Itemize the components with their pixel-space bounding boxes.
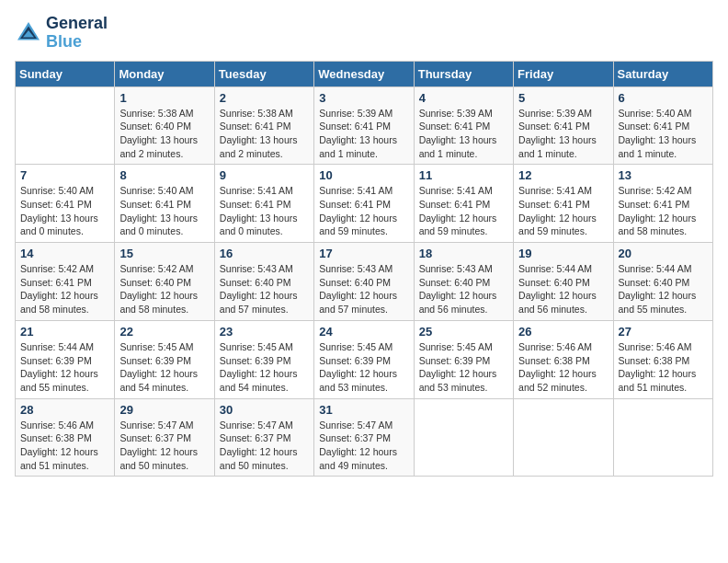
day-info: Sunrise: 5:46 AM Sunset: 6:38 PM Dayligh… xyxy=(20,419,109,473)
logo-icon xyxy=(15,19,42,47)
calendar-week-2: 7Sunrise: 5:40 AM Sunset: 6:41 PM Daylig… xyxy=(16,165,713,243)
day-info: Sunrise: 5:46 AM Sunset: 6:38 PM Dayligh… xyxy=(518,340,608,395)
day-info: Sunrise: 5:40 AM Sunset: 6:41 PM Dayligh… xyxy=(119,184,209,238)
day-number: 22 xyxy=(119,325,209,339)
day-number: 6 xyxy=(619,91,708,105)
day-info: Sunrise: 5:44 AM Sunset: 6:40 PM Dayligh… xyxy=(619,262,708,316)
day-info: Sunrise: 5:42 AM Sunset: 6:40 PM Dayligh… xyxy=(119,262,209,316)
day-number: 27 xyxy=(619,325,708,339)
weekday-header-wednesday: Wednesday xyxy=(314,61,414,86)
calendar-week-4: 21Sunrise: 5:44 AM Sunset: 6:39 PM Dayli… xyxy=(16,320,713,398)
day-number: 20 xyxy=(619,247,708,260)
page-header: GeneralBlue xyxy=(15,15,713,52)
day-number: 13 xyxy=(619,168,708,182)
day-number: 2 xyxy=(220,91,309,105)
calendar-cell: 23Sunrise: 5:45 AM Sunset: 6:39 PM Dayli… xyxy=(214,320,313,398)
day-number: 30 xyxy=(220,403,309,417)
day-number: 25 xyxy=(419,325,508,339)
calendar-cell: 3Sunrise: 5:39 AM Sunset: 6:41 PM Daylig… xyxy=(314,86,414,165)
logo: GeneralBlue xyxy=(15,15,108,52)
day-info: Sunrise: 5:41 AM Sunset: 6:41 PM Dayligh… xyxy=(319,184,408,238)
day-info: Sunrise: 5:43 AM Sunset: 6:40 PM Dayligh… xyxy=(220,262,309,316)
weekday-header-monday: Monday xyxy=(115,61,214,86)
day-number: 3 xyxy=(319,91,408,105)
day-number: 11 xyxy=(419,168,508,182)
day-info: Sunrise: 5:45 AM Sunset: 6:39 PM Dayligh… xyxy=(319,340,408,395)
weekday-header-tuesday: Tuesday xyxy=(214,61,313,86)
calendar-cell xyxy=(613,398,712,477)
calendar-cell: 30Sunrise: 5:47 AM Sunset: 6:37 PM Dayli… xyxy=(214,398,313,477)
day-number: 21 xyxy=(20,325,109,339)
day-number: 5 xyxy=(518,91,608,105)
day-info: Sunrise: 5:45 AM Sunset: 6:39 PM Dayligh… xyxy=(119,340,209,395)
day-number: 28 xyxy=(20,403,109,417)
calendar-cell: 19Sunrise: 5:44 AM Sunset: 6:40 PM Dayli… xyxy=(514,243,613,321)
calendar-cell: 29Sunrise: 5:47 AM Sunset: 6:37 PM Dayli… xyxy=(115,398,214,477)
calendar-cell: 28Sunrise: 5:46 AM Sunset: 6:38 PM Dayli… xyxy=(16,398,115,477)
day-number: 24 xyxy=(319,325,408,339)
day-number: 23 xyxy=(220,325,309,339)
day-number: 1 xyxy=(119,91,209,105)
day-number: 4 xyxy=(419,91,508,105)
calendar-cell: 14Sunrise: 5:42 AM Sunset: 6:41 PM Dayli… xyxy=(16,243,115,321)
day-info: Sunrise: 5:47 AM Sunset: 6:37 PM Dayligh… xyxy=(220,419,309,473)
day-number: 14 xyxy=(20,247,109,260)
day-info: Sunrise: 5:45 AM Sunset: 6:39 PM Dayligh… xyxy=(419,340,508,395)
day-info: Sunrise: 5:41 AM Sunset: 6:41 PM Dayligh… xyxy=(220,184,309,238)
calendar-cell: 22Sunrise: 5:45 AM Sunset: 6:39 PM Dayli… xyxy=(115,320,214,398)
day-number: 9 xyxy=(220,168,309,182)
calendar-cell: 27Sunrise: 5:46 AM Sunset: 6:38 PM Dayli… xyxy=(613,320,712,398)
day-info: Sunrise: 5:40 AM Sunset: 6:41 PM Dayligh… xyxy=(20,184,109,238)
day-info: Sunrise: 5:39 AM Sunset: 6:41 PM Dayligh… xyxy=(319,107,408,161)
day-info: Sunrise: 5:45 AM Sunset: 6:39 PM Dayligh… xyxy=(220,340,309,395)
day-info: Sunrise: 5:44 AM Sunset: 6:40 PM Dayligh… xyxy=(518,262,608,316)
day-number: 10 xyxy=(319,168,408,182)
calendar-cell: 24Sunrise: 5:45 AM Sunset: 6:39 PM Dayli… xyxy=(314,320,414,398)
day-info: Sunrise: 5:47 AM Sunset: 6:37 PM Dayligh… xyxy=(319,419,408,473)
day-info: Sunrise: 5:42 AM Sunset: 6:41 PM Dayligh… xyxy=(20,262,109,316)
day-info: Sunrise: 5:47 AM Sunset: 6:37 PM Dayligh… xyxy=(119,419,209,473)
calendar-cell: 25Sunrise: 5:45 AM Sunset: 6:39 PM Dayli… xyxy=(414,320,513,398)
calendar-header: SundayMondayTuesdayWednesdayThursdayFrid… xyxy=(16,61,713,86)
calendar-cell: 1Sunrise: 5:38 AM Sunset: 6:40 PM Daylig… xyxy=(115,86,214,165)
day-info: Sunrise: 5:39 AM Sunset: 6:41 PM Dayligh… xyxy=(518,107,608,161)
day-number: 12 xyxy=(518,168,608,182)
calendar-cell: 16Sunrise: 5:43 AM Sunset: 6:40 PM Dayli… xyxy=(214,243,313,321)
day-number: 26 xyxy=(518,325,608,339)
weekday-header-saturday: Saturday xyxy=(613,61,712,86)
calendar-table: SundayMondayTuesdayWednesdayThursdayFrid… xyxy=(15,61,713,477)
calendar-cell: 12Sunrise: 5:41 AM Sunset: 6:41 PM Dayli… xyxy=(514,165,613,243)
calendar-cell: 20Sunrise: 5:44 AM Sunset: 6:40 PM Dayli… xyxy=(613,243,712,321)
calendar-cell: 5Sunrise: 5:39 AM Sunset: 6:41 PM Daylig… xyxy=(514,86,613,165)
day-info: Sunrise: 5:41 AM Sunset: 6:41 PM Dayligh… xyxy=(419,184,508,238)
day-info: Sunrise: 5:41 AM Sunset: 6:41 PM Dayligh… xyxy=(518,184,608,238)
day-number: 15 xyxy=(119,247,209,260)
day-number: 31 xyxy=(319,403,408,417)
day-number: 16 xyxy=(220,247,309,260)
calendar-week-1: 1Sunrise: 5:38 AM Sunset: 6:40 PM Daylig… xyxy=(16,86,713,165)
day-info: Sunrise: 5:44 AM Sunset: 6:39 PM Dayligh… xyxy=(20,340,109,395)
day-number: 7 xyxy=(20,168,109,182)
calendar-cell xyxy=(514,398,613,477)
calendar-cell: 13Sunrise: 5:42 AM Sunset: 6:41 PM Dayli… xyxy=(613,165,712,243)
calendar-cell: 2Sunrise: 5:38 AM Sunset: 6:41 PM Daylig… xyxy=(214,86,313,165)
calendar-cell: 15Sunrise: 5:42 AM Sunset: 6:40 PM Dayli… xyxy=(115,243,214,321)
calendar-cell: 31Sunrise: 5:47 AM Sunset: 6:37 PM Dayli… xyxy=(314,398,414,477)
day-info: Sunrise: 5:46 AM Sunset: 6:38 PM Dayligh… xyxy=(619,340,708,395)
calendar-cell: 21Sunrise: 5:44 AM Sunset: 6:39 PM Dayli… xyxy=(16,320,115,398)
day-info: Sunrise: 5:40 AM Sunset: 6:41 PM Dayligh… xyxy=(619,107,708,161)
day-number: 18 xyxy=(419,247,508,260)
day-info: Sunrise: 5:42 AM Sunset: 6:41 PM Dayligh… xyxy=(619,184,708,238)
day-number: 29 xyxy=(119,403,209,417)
day-info: Sunrise: 5:38 AM Sunset: 6:41 PM Dayligh… xyxy=(220,107,309,161)
weekday-header-friday: Friday xyxy=(514,61,613,86)
day-number: 8 xyxy=(119,168,209,182)
calendar-cell xyxy=(414,398,513,477)
calendar-cell: 18Sunrise: 5:43 AM Sunset: 6:40 PM Dayli… xyxy=(414,243,513,321)
calendar-cell: 6Sunrise: 5:40 AM Sunset: 6:41 PM Daylig… xyxy=(613,86,712,165)
calendar-cell: 7Sunrise: 5:40 AM Sunset: 6:41 PM Daylig… xyxy=(16,165,115,243)
day-number: 19 xyxy=(518,247,608,260)
calendar-cell: 10Sunrise: 5:41 AM Sunset: 6:41 PM Dayli… xyxy=(314,165,414,243)
calendar-cell: 4Sunrise: 5:39 AM Sunset: 6:41 PM Daylig… xyxy=(414,86,513,165)
calendar-cell: 8Sunrise: 5:40 AM Sunset: 6:41 PM Daylig… xyxy=(115,165,214,243)
